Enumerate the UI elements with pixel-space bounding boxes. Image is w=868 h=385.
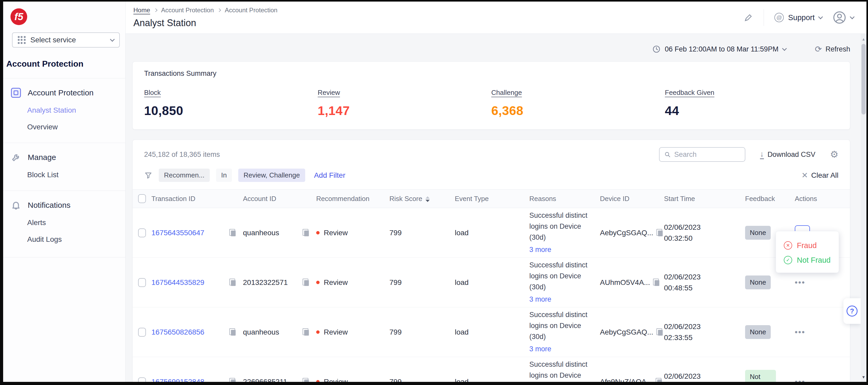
stat-block-label[interactable]: Block (144, 89, 161, 96)
feedback-actions-menu: ✕ Fraud ✓ Not Fraud (776, 231, 839, 273)
recommendation: Review (324, 378, 348, 382)
download-csv-button[interactable]: ↓ Download CSV (760, 150, 815, 159)
copy-icon[interactable] (653, 279, 660, 286)
search-box[interactable] (659, 147, 745, 162)
col-recommendation[interactable]: Recommendation (316, 195, 390, 203)
stat-review-label[interactable]: Review (318, 89, 340, 96)
filter-value-chip[interactable]: Review, Challenge (238, 168, 305, 182)
copy-icon[interactable] (229, 328, 236, 336)
copy-icon[interactable] (656, 378, 662, 382)
sidebar-item-block-list[interactable]: Block List (3, 162, 125, 179)
search-input[interactable] (674, 151, 740, 159)
circle-check-icon: ✓ (784, 256, 792, 264)
more-reasons-link[interactable]: 3 more (529, 245, 551, 255)
reasons-text: Successful distinct logins on Device (30… (529, 360, 587, 382)
support-menu[interactable]: @ Support (774, 13, 822, 22)
transactions-table-card: 245,182 of 18,365 items ↓ Download CSV (132, 139, 850, 382)
chevron-right-icon (217, 8, 221, 12)
transaction-id-link[interactable]: 1675650826856 (151, 328, 204, 336)
copy-icon[interactable] (229, 229, 236, 237)
service-selector-label: Select service (30, 36, 106, 44)
account-protection-icon (11, 88, 21, 98)
service-selector[interactable]: Select service (12, 32, 120, 47)
account-id: 20132322571 (243, 278, 288, 287)
breadcrumb-item[interactable]: Account Protection (161, 6, 214, 14)
filter-field-chip[interactable]: Recommen... (159, 168, 210, 182)
select-all-checkbox[interactable] (138, 194, 146, 203)
transaction-id-link[interactable]: 1675643550647 (151, 229, 204, 237)
row-checkbox[interactable] (138, 328, 146, 336)
scroll-down-icon[interactable]: ▼ (862, 375, 866, 379)
row-actions-button[interactable]: ••• (795, 278, 806, 287)
sidebar-item-notifications[interactable]: Notifications (3, 191, 125, 210)
breadcrumb-home[interactable]: Home (133, 6, 150, 14)
recommendation: Review (324, 278, 348, 287)
refresh-button[interactable]: ⟳ Refresh (815, 44, 850, 54)
row-actions-button[interactable]: ••• (795, 377, 806, 382)
sidebar-item-overview[interactable]: Overview (3, 115, 125, 131)
refresh-label: Refresh (825, 45, 850, 53)
row-checkbox[interactable] (138, 377, 146, 382)
add-filter-button[interactable]: Add Filter (314, 171, 345, 180)
transaction-id-link[interactable]: 1675699152848 (151, 378, 204, 382)
stat-review-value: 1,147 (318, 103, 491, 118)
table-header-row: Transaction ID Account ID Recommendation… (133, 189, 850, 208)
copy-icon[interactable] (229, 378, 236, 382)
user-menu[interactable] (833, 11, 854, 24)
col-reasons[interactable]: Reasons (529, 195, 600, 203)
date-range-picker[interactable]: 06 Feb 12:00AM to 08 Mar 11:59PM (652, 45, 786, 53)
col-start-time[interactable]: Start Time (664, 195, 745, 203)
table-row: 1675643550647 quanheous Review 799 load … (133, 208, 850, 258)
sidebar-item-alerts[interactable]: Alerts (3, 210, 125, 227)
review-dot-icon (316, 380, 319, 382)
sidebar-item-account-protection[interactable]: Account Protection (3, 78, 125, 98)
help-button[interactable]: ? (843, 298, 861, 324)
stat-feedback-given-label[interactable]: Feedback Given (665, 89, 714, 96)
reasons-text: Successful distinct logins on Device (30… (529, 261, 587, 291)
col-feedback[interactable]: Feedback (745, 195, 795, 203)
sort-icon[interactable] (426, 196, 430, 202)
pencil-icon[interactable] (744, 13, 753, 22)
recommendation: Review (324, 328, 348, 336)
filter-operator-chip[interactable]: In (216, 168, 232, 182)
copy-icon[interactable] (229, 279, 236, 286)
download-csv-label: Download CSV (768, 151, 815, 159)
col-event-type[interactable]: Event Type (455, 195, 529, 203)
chevron-right-icon (154, 8, 157, 12)
copy-icon[interactable] (303, 328, 309, 336)
gear-icon[interactable]: ⚙ (830, 149, 838, 160)
menu-item-fraud[interactable]: ✕ Fraud (784, 238, 839, 253)
sidebar-item-analyst-station[interactable]: Analyst Station (3, 98, 125, 115)
col-risk-score[interactable]: Risk Score (390, 195, 455, 203)
scrollbar-thumb[interactable] (862, 44, 866, 115)
copy-icon[interactable] (303, 229, 309, 237)
row-checkbox[interactable] (138, 278, 146, 287)
sidebar-item-audit-logs[interactable]: Audit Logs (3, 227, 125, 244)
scroll-up-icon[interactable]: ▲ (862, 37, 866, 41)
copy-icon[interactable] (303, 378, 309, 382)
menu-item-not-fraud[interactable]: ✓ Not Fraud (784, 253, 839, 267)
more-reasons-link[interactable]: 3 more (529, 344, 551, 355)
copy-icon[interactable] (656, 229, 663, 237)
row-actions-button[interactable]: ••• (795, 328, 806, 336)
feedback-badge: None (745, 276, 771, 290)
copy-icon[interactable] (303, 279, 309, 286)
review-dot-icon (316, 330, 319, 334)
stat-feedback-given: Feedback Given 44 (665, 89, 838, 118)
row-checkbox[interactable] (138, 228, 146, 237)
more-reasons-link[interactable]: 3 more (529, 294, 551, 305)
copy-icon[interactable] (656, 328, 663, 336)
app-window: f5 Select service Account Protection Acc… (0, 0, 868, 385)
items-count: 245,182 of 18,365 items (144, 151, 220, 159)
vertical-scrollbar[interactable]: ▲ ▼ (861, 34, 866, 382)
transaction-id-link[interactable]: 1675644535829 (151, 278, 204, 287)
col-transaction-id[interactable]: Transaction ID (151, 195, 243, 203)
transactions-summary-card: Transactions Summary Block 10,850 Review… (132, 61, 850, 130)
col-device-id[interactable]: Device ID (600, 195, 664, 203)
clear-all-button[interactable]: ✕ Clear All (802, 171, 838, 180)
risk-score: 799 (390, 378, 455, 382)
stat-challenge-label[interactable]: Challenge (491, 89, 522, 96)
col-account-id[interactable]: Account ID (243, 195, 316, 203)
page-title: Analyst Station (133, 18, 277, 29)
sidebar-item-manage[interactable]: Manage (3, 143, 125, 162)
